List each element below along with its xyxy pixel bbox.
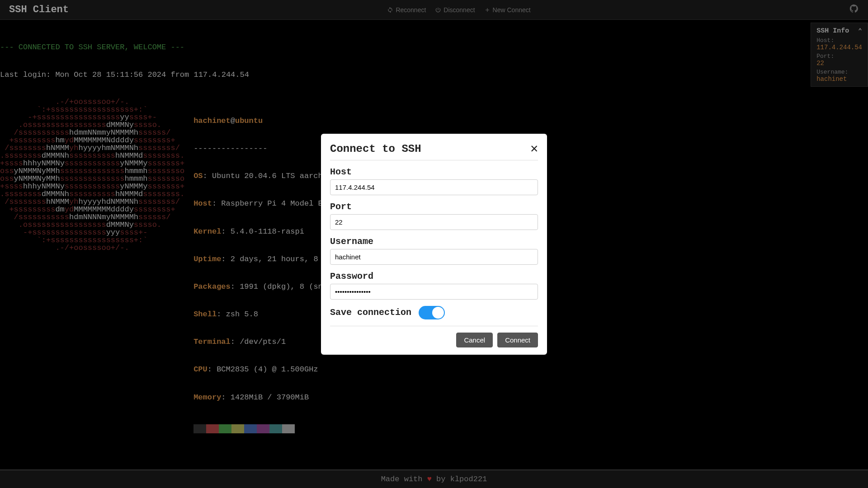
- modal-footer: Cancel Connect: [330, 326, 538, 347]
- modal-title: Connect to SSH: [330, 143, 421, 155]
- host-input[interactable]: [330, 179, 538, 195]
- connect-modal: Connect to SSH ✕ Host Port Username Pass…: [321, 134, 547, 355]
- host-group: Host: [330, 167, 538, 195]
- save-connection-toggle[interactable]: [419, 306, 445, 319]
- port-group: Port: [330, 202, 538, 230]
- toggle-knob: [432, 307, 444, 319]
- save-connection-label: Save connection: [330, 307, 411, 318]
- username-label: Username: [330, 236, 538, 247]
- password-group: Password: [330, 271, 538, 300]
- cancel-button[interactable]: Cancel: [456, 333, 493, 347]
- host-label: Host: [330, 167, 538, 177]
- password-label: Password: [330, 271, 538, 282]
- modal-overlay[interactable]: Connect to SSH ✕ Host Port Username Pass…: [0, 0, 868, 488]
- password-input[interactable]: [330, 284, 538, 300]
- save-connection-row: Save connection: [330, 306, 538, 319]
- close-icon[interactable]: ✕: [530, 143, 538, 155]
- username-group: Username: [330, 236, 538, 265]
- port-input[interactable]: [330, 214, 538, 230]
- port-label: Port: [330, 202, 538, 212]
- username-input[interactable]: [330, 249, 538, 265]
- modal-header: Connect to SSH ✕: [330, 143, 538, 160]
- connect-button[interactable]: Connect: [497, 333, 538, 347]
